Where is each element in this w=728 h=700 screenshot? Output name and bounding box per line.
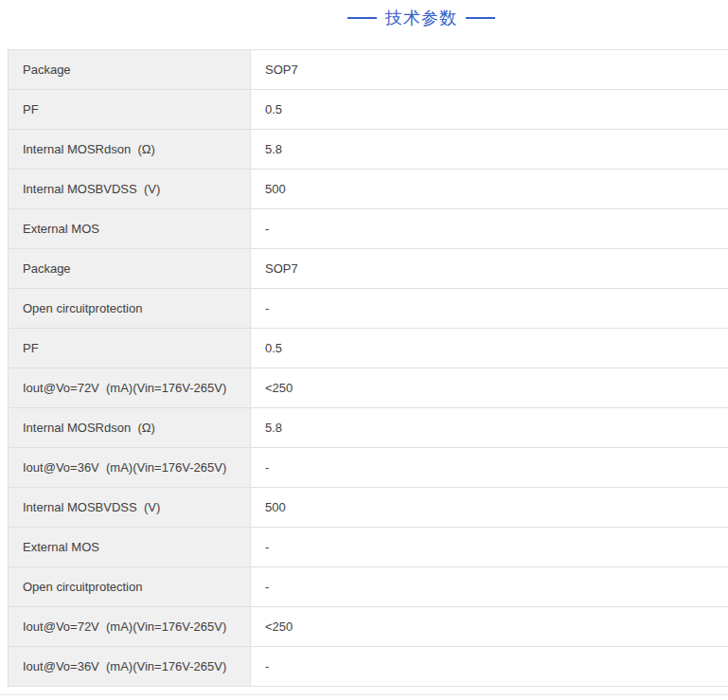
table-row: Package SOP7 [9,249,728,289]
title-dash-left-icon [347,17,377,19]
param-value: SOP7 [251,50,728,90]
table-row: External MOS - [9,209,728,249]
param-value: - [251,209,728,249]
param-label: Iout@Vo=36V (mA)(Vin=176V-265V) [9,647,251,687]
param-label: Internal MOSBVDSS (V) [9,488,251,528]
param-label: Open circuitprotection [9,567,251,607]
param-value: <250 [251,607,728,647]
param-label: Package [9,249,251,289]
table-row: Iout@Vo=72V (mA)(Vin=176V-265V) <250 [9,607,728,647]
param-value: SOP7 [251,249,728,289]
parameters-table: Package SOP7 PF 0.5 Internal MOSRdson (Ω… [8,49,728,687]
table-row: Internal MOSRdson (Ω) 5.8 [9,408,728,448]
table-row: PF 0.5 [9,329,728,368]
param-label: Iout@Vo=36V (mA)(Vin=176V-265V) [9,448,251,488]
section-title: 技术参数 [8,0,728,27]
param-value: - [251,528,728,567]
param-value: - [251,567,728,607]
table-row: Iout@Vo=36V (mA)(Vin=176V-265V) - [9,647,728,687]
table-row: External MOS - [9,528,728,567]
param-label: External MOS [9,528,251,567]
param-label: Open circuitprotection [9,289,251,329]
table-row: Open circuitprotection - [9,567,728,607]
page-title: 技术参数 [385,9,457,27]
title-dash-right-icon [466,17,495,19]
param-label: Package [9,50,251,90]
table-row: PF 0.5 [9,90,728,130]
param-label: Internal MOSRdson (Ω) [9,130,251,170]
param-value: - [251,448,728,488]
param-label: Iout@Vo=72V (mA)(Vin=176V-265V) [9,607,251,647]
table-row: Package SOP7 [9,50,728,90]
bottom-divider [0,694,728,695]
param-label: External MOS [9,209,251,249]
param-label: Iout@Vo=72V (mA)(Vin=176V-265V) [9,368,251,408]
param-value: 5.8 [251,408,728,448]
table-row: Open circuitprotection - [9,289,728,329]
param-value: 5.8 [251,130,728,170]
param-value: - [251,647,728,687]
table-row: Internal MOSBVDSS (V) 500 [9,488,728,528]
param-label: PF [9,90,251,130]
param-value: 500 [251,170,728,209]
param-label: PF [9,329,251,368]
param-value: 500 [251,488,728,528]
param-value: - [251,289,728,329]
table-row: Iout@Vo=36V (mA)(Vin=176V-265V) - [9,448,728,488]
param-label: Internal MOSBVDSS (V) [9,170,251,209]
page-content: 技术参数 Package SOP7 PF 0.5 Internal MOSRds… [8,0,728,687]
param-value: 0.5 [251,90,728,130]
table-row: Internal MOSBVDSS (V) 500 [9,170,728,209]
table-row: Internal MOSRdson (Ω) 5.8 [9,130,728,170]
param-value: <250 [251,368,728,408]
table-row: Iout@Vo=72V (mA)(Vin=176V-265V) <250 [9,368,728,408]
param-label: Internal MOSRdson (Ω) [9,408,251,448]
param-value: 0.5 [251,329,728,368]
